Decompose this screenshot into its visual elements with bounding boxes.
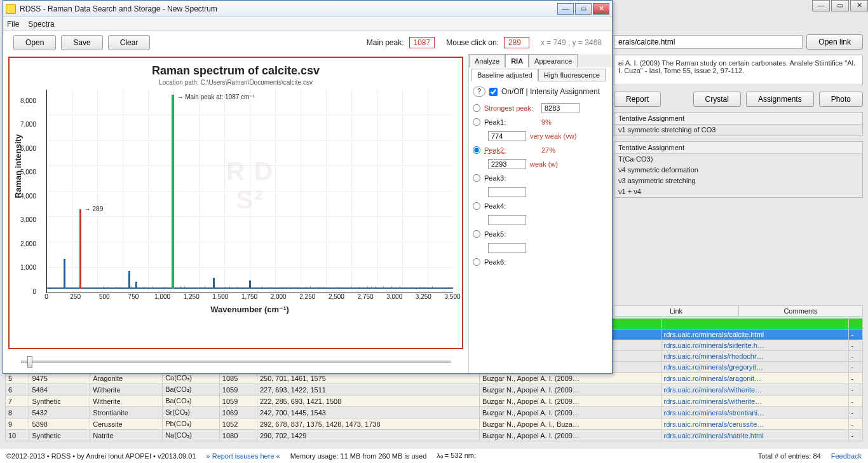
total-entries: Total # of entries: 84 bbox=[758, 452, 821, 460]
openlink-button[interactable]: Open link bbox=[806, 34, 863, 50]
table-row[interactable]: 95398CerussitePb(CO₃)1052292, 678, 837, … bbox=[6, 418, 863, 430]
os-maximize-button[interactable]: ▭ bbox=[831, 0, 849, 11]
titlebar[interactable]: RDSS - Raman Data Search and Storage - N… bbox=[3, 1, 612, 17]
plot-area[interactable]: R DS² → 289→ Main peak at: 1087 cm⁻¹ bbox=[46, 90, 453, 293]
table-row[interactable]: 59475AragoniteCa(CO₃)1085250, 701, 1461,… bbox=[6, 373, 863, 384]
table-row[interactable]: 85432StrontianiteSr(CO₃)1069242, 700, 14… bbox=[6, 407, 863, 418]
peak2-label: Peak2: bbox=[484, 146, 538, 154]
range-slider[interactable] bbox=[21, 356, 451, 368]
grid-right-headers: Link Comments bbox=[614, 305, 863, 317]
os-close-button[interactable]: ✕ bbox=[850, 0, 868, 11]
onoff-checkbox[interactable] bbox=[489, 88, 498, 96]
table-row[interactable]: 10SyntheticNatriteNa(CO₃)1080290, 702, 1… bbox=[6, 430, 863, 441]
reference-text: ei A. I. (2009) The Raman study on certa… bbox=[614, 55, 863, 85]
subtab-baseline[interactable]: Baseline adjusted bbox=[471, 69, 538, 81]
memory-usage: Memory usage: 11 MB from 260 MB is used bbox=[290, 452, 427, 460]
menu-file[interactable]: File bbox=[7, 20, 19, 29]
peak6-radio[interactable] bbox=[473, 258, 480, 266]
peak4-radio[interactable] bbox=[473, 202, 480, 210]
chart-subtitle: Location path: C:\Users\Raman\Documents\… bbox=[18, 79, 453, 86]
ta1-row[interactable]: ν1 symmetric stretching of CO3 bbox=[614, 125, 862, 135]
menubar: File Spectra bbox=[3, 17, 612, 31]
peak1-desc: very weak (vw) bbox=[530, 132, 576, 140]
save-button[interactable]: Save bbox=[61, 35, 102, 50]
peak2-desc: weak (w) bbox=[530, 160, 558, 168]
x-axis-label: Wavenumber (cm⁻¹) bbox=[46, 305, 453, 314]
col-comments[interactable]: Comments bbox=[738, 305, 863, 317]
close-button[interactable]: ✕ bbox=[593, 3, 609, 15]
peak1-value[interactable] bbox=[488, 131, 526, 141]
table-row[interactable]: 65484WitheriteBa(CO₃)1059227, 693, 1422,… bbox=[6, 384, 863, 396]
strongest-value[interactable] bbox=[541, 103, 580, 113]
assignment-box-2: Tentative Assignment T(Ca-CO3)ν4 symmetr… bbox=[614, 141, 863, 198]
report-button[interactable]: Report bbox=[614, 92, 661, 107]
copyright: ©2012-2013 • RDSS • by Andrei Ionut APOP… bbox=[6, 452, 196, 460]
rdss-window: RDSS - Raman Data Search and Storage - N… bbox=[3, 0, 613, 374]
peak5-radio[interactable] bbox=[473, 230, 480, 238]
slider-thumb[interactable] bbox=[27, 356, 32, 368]
watermark: R DS² bbox=[226, 157, 274, 214]
strongest-radio[interactable] bbox=[473, 104, 480, 112]
peak5-value[interactable] bbox=[488, 243, 526, 253]
chart-frame[interactable]: Raman spectrum of calcite.csv Location p… bbox=[8, 57, 463, 349]
ta-row[interactable]: ν4 symmetric deformation bbox=[614, 165, 862, 176]
subtab-highfluor[interactable]: High fluorescence bbox=[538, 69, 606, 81]
peak2-value[interactable] bbox=[488, 159, 526, 169]
feedback-link[interactable]: Feedback bbox=[831, 452, 862, 460]
url-field[interactable] bbox=[614, 35, 803, 49]
peak1-radio[interactable] bbox=[473, 118, 480, 126]
photo-button[interactable]: Photo bbox=[819, 92, 863, 107]
menu-spectra[interactable]: Spectra bbox=[28, 20, 54, 29]
ria-pane: Analyze RIA Appearance Baseline adjusted… bbox=[468, 54, 612, 373]
y-ticks: 01,0002,0003,0004,0005,0006,0007,0008,00… bbox=[13, 88, 39, 291]
mouseclick-label: Mouse click on: bbox=[446, 38, 499, 47]
help-icon[interactable]: ? bbox=[473, 86, 485, 97]
peak-annotation: → Main peak at: 1087 cm⁻¹ bbox=[177, 93, 254, 100]
ta-row[interactable]: T(Ca-CO3) bbox=[614, 154, 862, 165]
statusbar: ©2012-2013 • RDSS • by Andrei Ionut APOP… bbox=[0, 448, 868, 463]
strongest-label: Strongest peak: bbox=[484, 104, 538, 112]
window-title: RDSS - Raman Data Search and Storage - N… bbox=[20, 4, 556, 13]
lambda-readout: λ₀ = 532 nm; bbox=[437, 452, 476, 460]
peak-bar bbox=[79, 209, 81, 289]
peak2-radio[interactable] bbox=[473, 146, 480, 154]
peak4-value[interactable] bbox=[488, 215, 526, 225]
col-link[interactable]: Link bbox=[614, 305, 738, 317]
toolbar: Open Save Clear Main peak: 1087 Mouse cl… bbox=[3, 31, 612, 54]
peak3-radio[interactable] bbox=[473, 174, 480, 182]
open-button[interactable]: Open bbox=[13, 35, 56, 50]
report-issues-link[interactable]: » Report issuses here « bbox=[207, 452, 280, 460]
mouseclick-value: 289 bbox=[504, 37, 529, 48]
minimize-button[interactable]: — bbox=[557, 3, 574, 15]
assignments-button[interactable]: Assignments bbox=[746, 92, 814, 107]
coord-readout: x = 749 ; y = 3468 bbox=[541, 38, 602, 47]
maximize-button[interactable]: ▭ bbox=[575, 3, 592, 15]
os-minimize-button[interactable]: — bbox=[812, 0, 830, 11]
crystal-button[interactable]: Crystal bbox=[693, 92, 741, 107]
ta-header-2: Tentative Assignment bbox=[614, 142, 862, 154]
peak3-value[interactable] bbox=[488, 187, 526, 197]
os-window-controls: — ▭ ✕ bbox=[811, 0, 868, 13]
onoff-label: On/Off | Intensity Assignment bbox=[501, 87, 600, 96]
peak-bar bbox=[172, 95, 174, 289]
peak1-label: Peak1: bbox=[484, 118, 538, 126]
peak-bar bbox=[128, 271, 130, 289]
tab-appearance[interactable]: Appearance bbox=[529, 54, 578, 67]
chart-title: Raman spectrum of calcite.csv bbox=[18, 64, 453, 78]
app-icon bbox=[6, 4, 16, 14]
tab-analyze[interactable]: Analyze bbox=[469, 54, 505, 67]
ta-row[interactable]: ν1 + ν4 bbox=[614, 186, 862, 197]
mainpeak-label: Main peak: bbox=[367, 38, 404, 47]
table-row[interactable]: 7SyntheticWitheriteBa(CO₃)1059222, 285, … bbox=[6, 396, 863, 407]
ta-row[interactable]: ν3 asymmetric stretching bbox=[614, 176, 862, 186]
peak2-pct: 27% bbox=[541, 146, 555, 154]
chart-pane: Raman spectrum of calcite.csv Location p… bbox=[3, 54, 468, 373]
clear-button[interactable]: Clear bbox=[108, 35, 151, 50]
peak4-label: Peak4: bbox=[484, 202, 538, 210]
mainpeak-value: 1087 bbox=[409, 37, 435, 48]
x-ticks: 02505007501,0001,2501,5001,7502,0002,250… bbox=[46, 293, 453, 302]
tab-ria[interactable]: RIA bbox=[505, 54, 529, 67]
peak1-pct: 9% bbox=[541, 118, 552, 126]
peak5-label: Peak5: bbox=[484, 230, 538, 238]
ta-header-1: Tentative Assignment bbox=[614, 113, 862, 125]
